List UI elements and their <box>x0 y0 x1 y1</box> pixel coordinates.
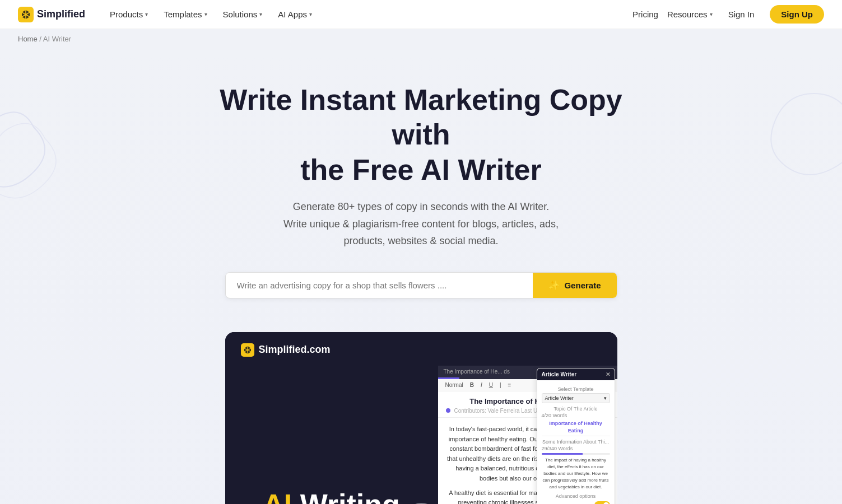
search-input[interactable] <box>226 273 533 298</box>
nav-ai-apps[interactable]: AI Apps ▾ <box>271 6 319 22</box>
advanced-toggle[interactable] <box>542 501 610 504</box>
contributor-dot <box>446 408 450 413</box>
template-select[interactable]: Article Writer ▾ <box>542 393 610 403</box>
nav-right: Pricing Resources ▾ Sign In Sign Up <box>632 5 824 24</box>
nav-resources[interactable]: Resources ▾ <box>667 10 713 19</box>
select-chevron-icon: ▾ <box>604 395 607 401</box>
nav-pricing[interactable]: Pricing <box>632 10 658 19</box>
video-logo-text: Simplified.com <box>259 344 331 356</box>
bg-shape-right <box>764 82 842 183</box>
video-content: AI WritingGenerator The Importance of He… <box>225 366 617 504</box>
main-nav: Simplified Products ▾ Templates ▾ Soluti… <box>0 0 842 29</box>
toggle-on-icon <box>594 501 610 504</box>
topic-counter: 4/20 Words <box>542 413 610 418</box>
word-count-fill <box>542 453 583 455</box>
video-preview: Simplified.com AI WritingGenerator The I… <box>225 332 617 504</box>
breadcrumb-home[interactable]: Home <box>18 35 38 43</box>
panel-close-button[interactable]: ✕ <box>606 371 610 377</box>
hero-title: Write Instant Marketing Copy with the Fr… <box>197 82 645 187</box>
toolbar-separator: | <box>498 381 503 389</box>
resources-chevron-icon: ▾ <box>710 11 713 17</box>
generate-button[interactable]: ✨ Generate <box>533 273 616 298</box>
info-counter: 29/340 Words <box>542 446 610 451</box>
advanced-label[interactable]: Advanced options <box>542 493 610 499</box>
products-chevron-icon: ▾ <box>145 11 148 17</box>
solutions-chevron-icon: ▾ <box>259 11 262 17</box>
ai-highlight: AI <box>263 488 292 504</box>
panel-header: Article Writer ✕ <box>537 368 615 380</box>
nav-templates[interactable]: Templates ▾ <box>157 6 213 22</box>
signup-button[interactable]: Sign Up <box>770 5 824 24</box>
panel-ai-text: The impact of having a healthy diet, the… <box>542 457 610 491</box>
word-count-bar <box>542 453 610 455</box>
toolbar-italic[interactable]: I <box>479 381 484 389</box>
wand-icon: ✨ <box>548 280 560 291</box>
nav-solutions[interactable]: Solutions ▾ <box>216 6 269 22</box>
video-left-panel: AI WritingGenerator <box>225 366 438 504</box>
logo-text: Simplified <box>37 8 85 20</box>
panel-body: Select Template Article Writer ▾ Topic O… <box>537 380 615 504</box>
toolbar-bold[interactable]: B <box>468 381 476 389</box>
breadcrumb: Home / AI Writer <box>0 29 842 49</box>
video-ai-text: AI WritingGenerator <box>241 489 422 504</box>
logo-icon <box>18 7 34 22</box>
hero-section: Write Instant Marketing Copy with the Fr… <box>0 49 842 504</box>
toolbar-underline[interactable]: U <box>487 381 495 389</box>
topic-label: Topic Of The Article <box>542 406 610 412</box>
topic-value: Importance of Healthy Eating <box>542 418 610 436</box>
toolbar-normal[interactable]: Normal <box>444 381 465 389</box>
video-logo-icon <box>241 343 254 357</box>
logo[interactable]: Simplified <box>18 7 85 22</box>
breadcrumb-current: AI Writer <box>43 35 71 43</box>
doc-filename: The Importance of He... ds <box>444 368 510 375</box>
video-header: Simplified.com <box>225 332 617 366</box>
nav-links: Products ▾ Templates ▾ Solutions ▾ AI Ap… <box>103 6 632 22</box>
article-writer-panel: Article Writer ✕ Select Template Article… <box>537 368 615 504</box>
templates-chevron-icon: ▾ <box>204 11 207 17</box>
panel-title: Article Writer <box>542 371 577 377</box>
hero-subtitle: Generate 80+ types of copy in seconds wi… <box>253 198 589 250</box>
select-template-label: Select Template <box>542 386 610 392</box>
search-bar: ✨ Generate <box>225 272 617 298</box>
ai-apps-chevron-icon: ▾ <box>309 11 312 17</box>
nav-products[interactable]: Products ▾ <box>103 6 155 22</box>
bg-shape-left <box>0 105 78 217</box>
toolbar-align[interactable]: ≡ <box>506 381 513 389</box>
document-preview: The Importance of He... ds 1605 / 250000… <box>438 366 617 504</box>
info-label: Some Information About Thi... <box>542 439 610 445</box>
signin-button[interactable]: Sign In <box>722 6 761 22</box>
